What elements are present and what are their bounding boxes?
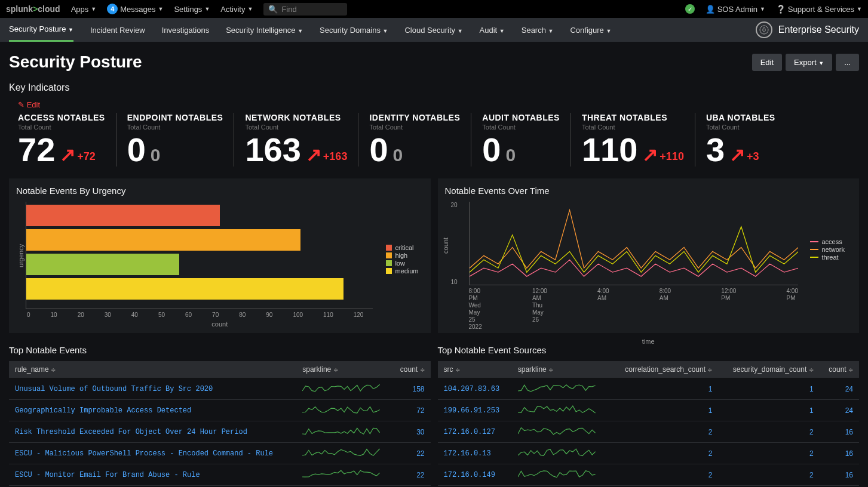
sdc-cell: 1: [718, 400, 819, 421]
legend-access[interactable]: access: [810, 238, 845, 245]
indicator-uba-notables[interactable]: UBA NOTABLESTotal Count3↗+3: [695, 113, 786, 167]
src-link[interactable]: 172.16.0.127: [438, 421, 512, 443]
count-cell: 16: [820, 464, 859, 486]
arrow-up-icon: ↗: [306, 147, 322, 163]
count-cell: 30: [392, 421, 431, 443]
urgency-xlabel: count: [16, 320, 424, 328]
indicator-threat-notables[interactable]: THREAT NOTABLESTotal Count110↗+110: [571, 113, 695, 167]
urgency-panel-title: Notable Events By Urgency: [9, 178, 431, 202]
col-count[interactable]: count ≑: [820, 361, 859, 378]
top-events-title: Top Notable Events: [9, 339, 431, 361]
arrow-up-icon: ↗: [729, 147, 746, 163]
col-correlation_search_count[interactable]: correlation_search_count ≑: [610, 361, 719, 378]
nav-item-search[interactable]: Search ▼: [522, 19, 554, 41]
table-row: 199.66.91.2531124: [438, 400, 860, 421]
user-icon: 👤: [706, 5, 715, 14]
overtime-panel-title: Notable Events Over Time: [438, 178, 860, 202]
legend-network[interactable]: network: [810, 246, 845, 253]
overtime-xlabel: time: [445, 338, 852, 345]
logo: splunk>cloud: [6, 4, 60, 14]
svg-point-0: [760, 26, 768, 34]
legend-low[interactable]: low: [386, 260, 418, 267]
sparkline-cell: [296, 464, 392, 486]
nav-item-configure[interactable]: Configure ▼: [570, 19, 611, 41]
nav-item-security-posture[interactable]: Security Posture ▼: [9, 18, 73, 42]
count-cell: 24: [820, 400, 859, 421]
indicator-audit-notables[interactable]: AUDIT NOTABLESTotal Count00: [471, 113, 571, 167]
indicator-endpoint-notables[interactable]: ENDPOINT NOTABLESTotal Count00: [116, 113, 235, 167]
indicator-access-notables[interactable]: ACCESS NOTABLESTotal Count72↗+72: [18, 113, 116, 167]
indicator-subtitle: Total Count: [706, 124, 775, 131]
src-link[interactable]: 104.207.83.63: [438, 378, 512, 400]
sort-icon: ≑: [809, 366, 814, 373]
src-link[interactable]: 172.16.0.149: [438, 464, 512, 486]
col-rule_name[interactable]: rule_name ≑: [9, 361, 296, 378]
activity-menu[interactable]: Activity ▼: [220, 5, 253, 14]
bar-high[interactable]: [26, 229, 300, 251]
indicator-delta: ↗+72: [60, 147, 96, 163]
sort-icon: ≑: [420, 366, 425, 373]
search-icon: 🔍: [268, 5, 278, 14]
table-row: 172.16.0.1272216: [438, 421, 860, 443]
settings-menu[interactable]: Settings ▼: [174, 5, 210, 14]
col-security_domain_count[interactable]: security_domain_count ≑: [718, 361, 819, 378]
sparkline-cell: [512, 464, 610, 486]
sort-icon: ≑: [848, 366, 853, 373]
overtime-line-chart[interactable]: [469, 202, 799, 285]
nav-item-audit[interactable]: Audit ▼: [480, 19, 505, 41]
urgency-bar-chart[interactable]: [26, 202, 373, 309]
nav-item-investigations[interactable]: Investigations: [162, 19, 210, 41]
rule-name-link[interactable]: ESCU - Malicious PowerShell Process - En…: [9, 443, 296, 464]
app-brand: Enterprise Security: [756, 21, 859, 38]
edit-indicators-link[interactable]: ✎ Edit: [0, 98, 868, 112]
nav-item-incident-review[interactable]: Incident Review: [90, 19, 145, 41]
sparkline-icon: [518, 404, 596, 415]
sparkline-icon: [518, 426, 596, 436]
sparkline-icon: [302, 404, 380, 415]
table-row: 172.16.0.1492216: [438, 464, 860, 486]
table-row: Geographically Improbable Access Detecte…: [9, 400, 431, 421]
apps-menu[interactable]: Apps ▼: [71, 5, 97, 14]
user-menu[interactable]: 👤 SOS Admin ▼: [706, 5, 765, 14]
src-link[interactable]: 172.16.0.13: [438, 443, 512, 464]
legend-critical[interactable]: critical: [386, 244, 418, 251]
overtime-yaxis: 2010: [451, 202, 458, 285]
sort-icon: ≑: [333, 366, 338, 373]
rule-name-link[interactable]: ESCU - Monitor Email For Brand Abuse - R…: [9, 464, 296, 486]
support-menu[interactable]: ❔ Support & Services ▼: [776, 5, 862, 14]
indicator-subtitle: Total Count: [127, 124, 223, 131]
find-search[interactable]: 🔍 Find: [263, 3, 347, 16]
urgency-ylabel: urgency: [16, 202, 26, 309]
status-ok-icon[interactable]: ✓: [685, 4, 695, 14]
bar-critical[interactable]: [26, 205, 220, 226]
sdc-cell: 2: [718, 443, 819, 464]
messages-menu[interactable]: 4 Messages ▼: [107, 4, 163, 14]
nav-item-cloud-security[interactable]: Cloud Security ▼: [404, 19, 462, 41]
nav-item-security-domains[interactable]: Security Domains ▼: [320, 19, 388, 41]
sparkline-icon: [302, 468, 380, 479]
legend-high[interactable]: high: [386, 252, 418, 259]
rule-name-link[interactable]: Risk Threshold Exceeded For Object Over …: [9, 421, 296, 443]
edit-button[interactable]: Edit: [752, 54, 782, 71]
table-row: 104.207.83.631124: [438, 378, 860, 400]
bar-low[interactable]: [26, 254, 179, 275]
col-sparkline[interactable]: sparkline ≑: [512, 361, 610, 378]
indicator-network-notables[interactable]: NETWORK NOTABLESTotal Count163↗+163: [234, 113, 358, 167]
more-button[interactable]: ...: [836, 54, 859, 71]
indicator-identity-notables[interactable]: IDENTITY NOTABLESTotal Count00: [358, 113, 471, 167]
nav-item-security-intelligence[interactable]: Security Intelligence ▼: [226, 19, 303, 41]
table-row: Unusual Volume of Outbound Traffic By Sr…: [9, 378, 431, 400]
col-count[interactable]: count ≑: [392, 361, 431, 378]
export-button[interactable]: Export ▼: [786, 54, 832, 71]
src-link[interactable]: 199.66.91.253: [438, 400, 512, 421]
col-sparkline[interactable]: sparkline ≑: [296, 361, 392, 378]
bar-medium[interactable]: [26, 278, 343, 300]
sparkline-icon: [302, 426, 380, 436]
legend-medium[interactable]: medium: [386, 267, 418, 275]
col-src[interactable]: src ≑: [438, 361, 512, 378]
rule-name-link[interactable]: Geographically Improbable Access Detecte…: [9, 400, 296, 421]
legend-threat[interactable]: threat: [810, 254, 845, 261]
indicator-subtitle: Total Count: [482, 124, 560, 131]
rule-name-link[interactable]: Unusual Volume of Outbound Traffic By Sr…: [9, 378, 296, 400]
shield-target-icon: [756, 21, 772, 38]
